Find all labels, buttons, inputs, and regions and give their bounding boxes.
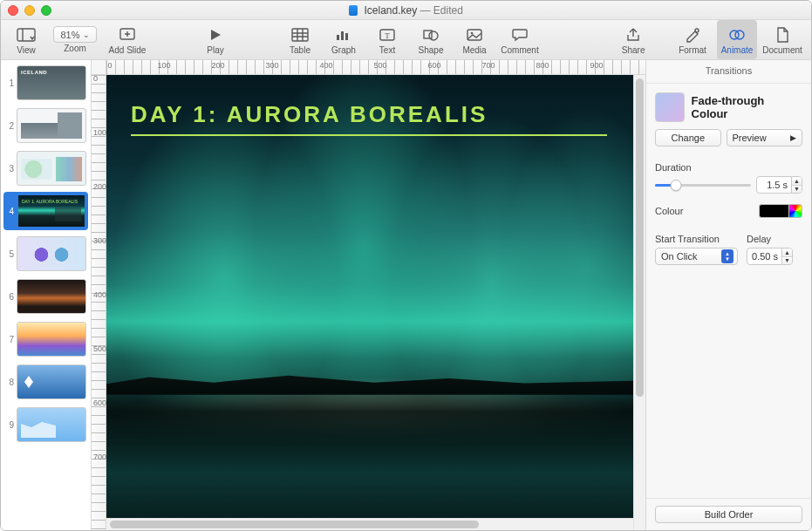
window-controls: [8, 5, 51, 16]
change-button[interactable]: Change: [655, 129, 721, 146]
table-button[interactable]: Table: [280, 20, 320, 59]
slide[interactable]: DAY 1: AURORA BOREALIS: [106, 75, 642, 530]
share-button[interactable]: Share: [613, 20, 653, 59]
toolbar: View 81% ⌄ Zoom Add Slide Play Table Gra…: [1, 20, 811, 60]
delay-stepper[interactable]: 0.50 s ▲▼: [747, 248, 802, 265]
slide-thumb[interactable]: 1 ICELAND: [3, 64, 88, 102]
slide-thumb[interactable]: 6: [3, 277, 88, 316]
comment-button[interactable]: Comment: [498, 20, 542, 59]
colour-swatch[interactable]: [759, 204, 788, 218]
effect-row: Fade-through Colour: [655, 92, 802, 122]
scrollbar-vertical[interactable]: [633, 75, 645, 530]
zoom-value: 81%: [60, 30, 79, 40]
svg-point-20: [695, 29, 699, 32]
start-transition-label: Start Transition: [655, 234, 738, 244]
inspector-panel: Transitions Fade-through Colour Change P…: [645, 60, 811, 530]
slide-thumb[interactable]: 9: [3, 405, 88, 444]
ruler-tick: 300: [265, 61, 278, 70]
svg-text:T: T: [385, 31, 390, 40]
slide-thumb[interactable]: 7: [3, 320, 88, 358]
svg-rect-13: [345, 33, 348, 40]
document-button[interactable]: Document: [761, 20, 806, 59]
svg-point-22: [735, 31, 744, 39]
updown-icon: ▲▼: [721, 249, 734, 263]
ruler-tick: 700: [93, 453, 106, 461]
inspector-tab[interactable]: Transitions: [646, 60, 811, 84]
workspace: 1 ICELAND 2 3 4 DAY 1: AURORA BOREALIS 5…: [1, 60, 811, 530]
minimize-icon[interactable]: [24, 5, 35, 16]
format-button[interactable]: Format: [673, 20, 713, 59]
play-button[interactable]: Play: [154, 20, 276, 59]
ruler-tick: 200: [211, 61, 224, 70]
colour-wheel-icon[interactable]: [788, 204, 802, 218]
slide-thumb[interactable]: 5: [3, 235, 88, 273]
slide-thumb[interactable]: 3: [3, 149, 88, 187]
scroll-thumb[interactable]: [636, 78, 644, 397]
app-window: Iceland.key — Edited View 81% ⌄ Zoom Add…: [0, 0, 812, 531]
window-title: Iceland.key — Edited: [1, 4, 811, 17]
delay-value[interactable]: 0.50 s: [747, 248, 781, 265]
build-order-button[interactable]: Build Order: [655, 506, 802, 523]
start-transition-select[interactable]: On Click ▲▼: [655, 248, 738, 265]
add-slide-button[interactable]: Add Slide: [104, 20, 151, 59]
titlebar: Iceland.key — Edited: [1, 1, 811, 20]
media-button[interactable]: Media: [454, 20, 495, 59]
ruler-tick: 400: [93, 290, 106, 299]
slide-navigator[interactable]: 1 ICELAND 2 3 4 DAY 1: AURORA BOREALIS 5…: [1, 60, 92, 530]
ruler-tick: 300: [93, 236, 106, 245]
graph-button[interactable]: Graph: [324, 20, 364, 59]
stepper-icon[interactable]: ▲▼: [791, 176, 802, 194]
svg-point-17: [429, 31, 438, 40]
view-button[interactable]: View: [6, 20, 46, 59]
slide-canvas[interactable]: DAY 1: AURORA BOREALIS: [106, 75, 645, 530]
play-icon: ▶: [790, 133, 796, 142]
stepper-icon[interactable]: ▲▼: [781, 248, 793, 265]
duration-slider[interactable]: [655, 178, 751, 192]
chevron-down-icon: ⌄: [83, 31, 90, 39]
ruler-tick: 100: [157, 61, 170, 70]
ruler-vertical[interactable]: 0100200300400500600700: [92, 75, 106, 530]
svg-rect-12: [341, 31, 344, 40]
filename: Iceland.key: [364, 4, 417, 17]
slide-landmass: [106, 367, 642, 394]
ruler-horizontal[interactable]: 0100200300400500600700800900: [106, 60, 645, 75]
duration-label: Duration: [655, 162, 802, 173]
text-button[interactable]: T Text: [367, 20, 407, 59]
svg-rect-6: [292, 29, 308, 41]
slide-title[interactable]: DAY 1: AURORA BOREALIS: [131, 101, 488, 128]
effect-swatch-icon[interactable]: [655, 92, 685, 122]
maximize-icon[interactable]: [41, 5, 51, 16]
ruler-tick: 200: [93, 182, 106, 191]
ruler-tick: 600: [427, 61, 440, 70]
duration-value[interactable]: 1.5 s: [756, 176, 791, 194]
close-icon[interactable]: [8, 5, 18, 16]
slide-thumb[interactable]: 8: [3, 363, 88, 401]
svg-rect-16: [424, 31, 432, 38]
ruler-tick: 700: [481, 61, 495, 70]
delay-label: Delay: [747, 234, 802, 244]
slide-thumb-selected[interactable]: 4 DAY 1: AURORA BOREALIS: [3, 192, 88, 230]
ruler-tick: 400: [319, 61, 332, 70]
effect-name: Fade-through Colour: [692, 94, 802, 120]
slide-thumb[interactable]: 2: [3, 106, 88, 145]
ruler-tick: 900: [590, 61, 603, 70]
duration-stepper[interactable]: 1.5 s ▲▼: [756, 176, 802, 194]
ruler-tick: 0: [93, 74, 98, 83]
preview-button[interactable]: Preview ▶: [727, 129, 803, 146]
animate-button[interactable]: Animate: [717, 20, 757, 59]
ruler-tick: 500: [93, 344, 106, 353]
ruler-tick: 800: [536, 61, 549, 70]
ruler-tick: 100: [93, 128, 106, 137]
ruler-tick: 500: [373, 61, 386, 70]
shape-button[interactable]: Shape: [411, 20, 451, 59]
ruler-corner: [92, 60, 106, 75]
colour-label: Colour: [655, 206, 683, 216]
colour-picker[interactable]: [759, 204, 802, 218]
edited-status: — Edited: [420, 4, 463, 17]
start-transition-value: On Click: [661, 251, 698, 262]
document-icon: [349, 5, 358, 16]
zoom-dropdown[interactable]: 81% ⌄ Zoom: [50, 20, 100, 59]
scrollbar-horizontal[interactable]: [106, 518, 633, 530]
ruler-tick: 600: [93, 398, 106, 407]
scroll-thumb[interactable]: [110, 521, 479, 528]
